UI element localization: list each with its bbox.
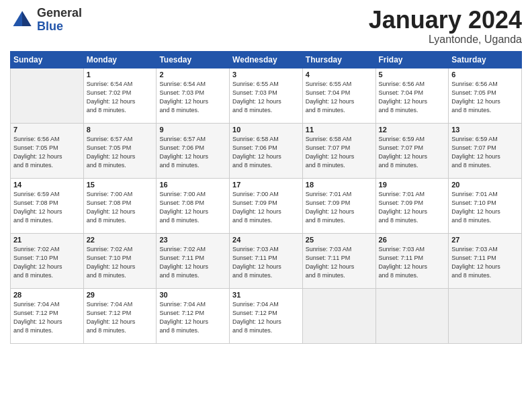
day-number: 17 <box>232 181 300 189</box>
day-number: 3 <box>232 71 300 79</box>
calendar-cell: 5Sunrise: 6:56 AM Sunset: 7:04 PM Daylig… <box>375 68 449 123</box>
calendar-cell: 2Sunrise: 6:54 AM Sunset: 7:03 PM Daylig… <box>157 68 230 123</box>
calendar-cell: 8Sunrise: 6:57 AM Sunset: 7:05 PM Daylig… <box>83 123 157 178</box>
logo-text: General Blue <box>37 7 82 34</box>
col-monday: Monday <box>83 51 157 68</box>
day-number: 27 <box>451 236 519 244</box>
day-info: Sunrise: 6:59 AM Sunset: 7:08 PM Dayligh… <box>13 190 81 225</box>
col-tuesday: Tuesday <box>157 51 230 68</box>
calendar-cell: 25Sunrise: 7:03 AM Sunset: 7:11 PM Dayli… <box>302 233 375 288</box>
day-number: 5 <box>379 71 446 79</box>
day-number: 14 <box>13 181 81 189</box>
day-number: 1 <box>87 71 154 79</box>
calendar-cell: 7Sunrise: 6:56 AM Sunset: 7:05 PM Daylig… <box>11 123 84 178</box>
calendar-cell: 19Sunrise: 7:01 AM Sunset: 7:09 PM Dayli… <box>375 178 449 233</box>
day-number: 20 <box>451 181 519 189</box>
day-info: Sunrise: 7:00 AM Sunset: 7:08 PM Dayligh… <box>159 190 226 225</box>
calendar-cell: 9Sunrise: 6:57 AM Sunset: 7:06 PM Daylig… <box>157 123 230 178</box>
calendar-cell: 27Sunrise: 7:03 AM Sunset: 7:11 PM Dayli… <box>449 233 522 288</box>
calendar-cell: 26Sunrise: 7:03 AM Sunset: 7:11 PM Dayli… <box>375 233 449 288</box>
day-number: 11 <box>306 126 373 134</box>
day-number: 18 <box>306 181 373 189</box>
day-number: 23 <box>159 236 226 244</box>
calendar-cell: 6Sunrise: 6:56 AM Sunset: 7:05 PM Daylig… <box>449 68 522 123</box>
calendar-cell: 14Sunrise: 6:59 AM Sunset: 7:08 PM Dayli… <box>11 178 84 233</box>
day-number: 29 <box>87 291 154 299</box>
day-info: Sunrise: 7:00 AM Sunset: 7:08 PM Dayligh… <box>87 190 154 225</box>
day-number: 10 <box>232 126 300 134</box>
calendar-title: January 2024 <box>369 7 522 34</box>
day-info: Sunrise: 6:56 AM Sunset: 7:04 PM Dayligh… <box>379 80 446 115</box>
day-info: Sunrise: 7:02 AM Sunset: 7:11 PM Dayligh… <box>159 245 226 280</box>
day-info: Sunrise: 7:02 AM Sunset: 7:10 PM Dayligh… <box>87 245 154 280</box>
day-number: 15 <box>87 181 154 189</box>
calendar-cell: 20Sunrise: 7:01 AM Sunset: 7:10 PM Dayli… <box>449 178 522 233</box>
calendar-cell: 11Sunrise: 6:58 AM Sunset: 7:07 PM Dayli… <box>302 123 375 178</box>
day-number: 2 <box>159 71 226 79</box>
day-info: Sunrise: 6:56 AM Sunset: 7:05 PM Dayligh… <box>13 135 81 170</box>
page: General Blue January 2024 Lyantonde, Uga… <box>0 0 532 411</box>
day-number: 26 <box>379 236 446 244</box>
calendar-cell: 16Sunrise: 7:00 AM Sunset: 7:08 PM Dayli… <box>157 178 230 233</box>
day-info: Sunrise: 7:03 AM Sunset: 7:11 PM Dayligh… <box>306 245 373 280</box>
calendar-cell: 4Sunrise: 6:55 AM Sunset: 7:04 PM Daylig… <box>302 68 375 123</box>
day-number: 9 <box>159 126 226 134</box>
day-info: Sunrise: 6:59 AM Sunset: 7:07 PM Dayligh… <box>379 135 446 170</box>
week-row-5: 28Sunrise: 7:04 AM Sunset: 7:12 PM Dayli… <box>11 288 522 343</box>
logo: General Blue <box>10 7 82 34</box>
day-info: Sunrise: 7:03 AM Sunset: 7:11 PM Dayligh… <box>232 245 300 280</box>
day-info: Sunrise: 7:04 AM Sunset: 7:12 PM Dayligh… <box>159 300 226 335</box>
calendar-cell: 22Sunrise: 7:02 AM Sunset: 7:10 PM Dayli… <box>83 233 157 288</box>
week-row-1: 1Sunrise: 6:54 AM Sunset: 7:02 PM Daylig… <box>11 68 522 123</box>
day-info: Sunrise: 7:01 AM Sunset: 7:09 PM Dayligh… <box>306 190 373 225</box>
day-info: Sunrise: 7:04 AM Sunset: 7:12 PM Dayligh… <box>232 300 300 335</box>
svg-marker-1 <box>22 11 32 26</box>
week-row-3: 14Sunrise: 6:59 AM Sunset: 7:08 PM Dayli… <box>11 178 522 233</box>
calendar-table: Sunday Monday Tuesday Wednesday Thursday… <box>10 51 522 344</box>
day-info: Sunrise: 7:04 AM Sunset: 7:12 PM Dayligh… <box>87 300 154 335</box>
day-info: Sunrise: 7:03 AM Sunset: 7:11 PM Dayligh… <box>379 245 446 280</box>
week-row-2: 7Sunrise: 6:56 AM Sunset: 7:05 PM Daylig… <box>11 123 522 178</box>
day-number: 21 <box>13 236 81 244</box>
day-info: Sunrise: 7:01 AM Sunset: 7:09 PM Dayligh… <box>379 190 446 225</box>
col-wednesday: Wednesday <box>230 51 303 68</box>
day-info: Sunrise: 6:54 AM Sunset: 7:02 PM Dayligh… <box>87 80 154 115</box>
calendar-cell: 15Sunrise: 7:00 AM Sunset: 7:08 PM Dayli… <box>83 178 157 233</box>
day-info: Sunrise: 6:55 AM Sunset: 7:04 PM Dayligh… <box>306 80 373 115</box>
calendar-subtitle: Lyantonde, Uganda <box>369 34 522 46</box>
day-info: Sunrise: 7:03 AM Sunset: 7:11 PM Dayligh… <box>451 245 519 280</box>
day-info: Sunrise: 6:55 AM Sunset: 7:03 PM Dayligh… <box>232 80 300 115</box>
calendar-cell: 30Sunrise: 7:04 AM Sunset: 7:12 PM Dayli… <box>157 288 230 343</box>
logo-general: General <box>37 7 82 20</box>
calendar-cell <box>11 68 84 123</box>
day-info: Sunrise: 6:58 AM Sunset: 7:06 PM Dayligh… <box>232 135 300 170</box>
header: General Blue January 2024 Lyantonde, Uga… <box>10 7 522 46</box>
calendar-cell: 31Sunrise: 7:04 AM Sunset: 7:12 PM Dayli… <box>230 288 303 343</box>
day-number: 7 <box>13 126 81 134</box>
calendar-cell: 21Sunrise: 7:02 AM Sunset: 7:10 PM Dayli… <box>11 233 84 288</box>
day-number: 30 <box>159 291 226 299</box>
calendar-cell: 29Sunrise: 7:04 AM Sunset: 7:12 PM Dayli… <box>83 288 157 343</box>
day-number: 19 <box>379 181 446 189</box>
day-number: 13 <box>451 126 519 134</box>
day-info: Sunrise: 6:58 AM Sunset: 7:07 PM Dayligh… <box>306 135 373 170</box>
day-info: Sunrise: 7:01 AM Sunset: 7:10 PM Dayligh… <box>451 190 519 225</box>
day-number: 4 <box>306 71 373 79</box>
day-number: 8 <box>87 126 154 134</box>
day-info: Sunrise: 6:57 AM Sunset: 7:05 PM Dayligh… <box>87 135 154 170</box>
day-info: Sunrise: 6:59 AM Sunset: 7:07 PM Dayligh… <box>451 135 519 170</box>
day-number: 24 <box>232 236 300 244</box>
col-saturday: Saturday <box>449 51 522 68</box>
day-number: 25 <box>306 236 373 244</box>
week-row-4: 21Sunrise: 7:02 AM Sunset: 7:10 PM Dayli… <box>11 233 522 288</box>
col-sunday: Sunday <box>11 51 84 68</box>
logo-icon <box>10 8 34 32</box>
day-number: 28 <box>13 291 81 299</box>
header-row: Sunday Monday Tuesday Wednesday Thursday… <box>11 51 522 68</box>
calendar-cell: 24Sunrise: 7:03 AM Sunset: 7:11 PM Dayli… <box>230 233 303 288</box>
title-block: January 2024 Lyantonde, Uganda <box>369 7 522 46</box>
calendar-cell <box>302 288 375 343</box>
col-thursday: Thursday <box>302 51 375 68</box>
day-number: 12 <box>379 126 446 134</box>
calendar-cell: 18Sunrise: 7:01 AM Sunset: 7:09 PM Dayli… <box>302 178 375 233</box>
